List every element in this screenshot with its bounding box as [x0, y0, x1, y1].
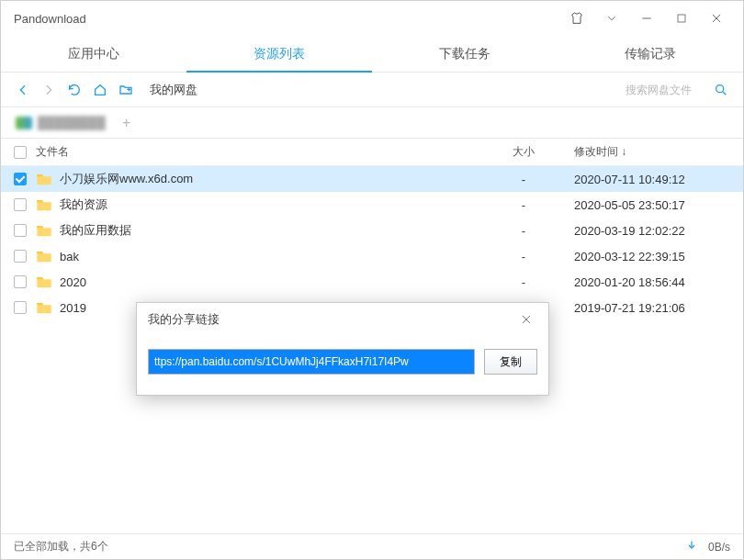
table-row[interactable]: 小刀娱乐网www.x6d.com-2020-07-11 10:49:12 — [1, 166, 743, 192]
file-size: - — [473, 250, 574, 263]
tab-download-tasks[interactable]: 下载任务 — [372, 36, 558, 72]
dropdown-icon[interactable] — [594, 1, 629, 36]
minimize-button[interactable] — [629, 1, 664, 36]
file-size: - — [473, 275, 574, 289]
toolbar: 我的网盘 — [1, 73, 743, 107]
nav-forward-button[interactable] — [36, 77, 62, 103]
tab-transfer-log[interactable]: 传输记录 — [558, 36, 743, 72]
search-input[interactable] — [626, 84, 708, 96]
pathtabs: ████████ + — [1, 107, 743, 139]
nav-back-button[interactable] — [10, 77, 36, 103]
refresh-button[interactable] — [62, 77, 87, 103]
select-all-checkbox[interactable] — [14, 146, 27, 159]
shirt-icon[interactable] — [559, 1, 594, 36]
file-size: - — [473, 173, 574, 186]
new-folder-button[interactable] — [113, 77, 139, 103]
row-checkbox[interactable] — [14, 275, 27, 288]
breadcrumb[interactable]: 我的网盘 — [150, 82, 197, 98]
status-text: 已全部加载，共6个 — [14, 539, 108, 554]
search-icon[interactable] — [708, 77, 734, 103]
dialog-title: 我的分享链接 — [148, 311, 220, 328]
table-row[interactable]: 我的应用数据-2020-03-19 12:02:22 — [1, 218, 743, 243]
file-name: 我的应用数据 — [60, 222, 473, 239]
file-size: - — [473, 198, 574, 212]
share-link-input[interactable]: ttps://pan.baidu.com/s/1CUwMhJj4FFkaxH7i… — [148, 349, 475, 375]
speed-text: 0B/s — [708, 541, 730, 554]
file-name: bak — [60, 250, 473, 263]
copy-button[interactable]: 复制 — [484, 349, 537, 375]
statusbar: 已全部加载，共6个 0B/s — [1, 533, 743, 559]
window-title: Pandownload — [10, 12, 559, 26]
maximize-button[interactable] — [664, 1, 699, 36]
row-checkbox[interactable] — [14, 301, 27, 314]
pathtab-item[interactable]: ████████ — [6, 112, 115, 133]
home-button[interactable] — [87, 77, 113, 103]
close-button[interactable] — [699, 1, 734, 36]
download-icon — [686, 540, 697, 554]
table-row[interactable]: bak-2020-03-12 22:39:15 — [1, 243, 743, 269]
file-time: 2020-05-05 23:50:17 — [574, 198, 730, 212]
table-row[interactable]: 2020-2020-01-20 18:56:44 — [1, 269, 743, 295]
row-checkbox[interactable] — [14, 198, 27, 211]
share-link-dialog: 我的分享链接 ttps://pan.baidu.com/s/1CUwMhJj4F… — [136, 302, 549, 396]
dialog-header: 我的分享链接 — [137, 303, 548, 336]
search-box — [626, 77, 734, 103]
table-row[interactable]: 我的资源-2020-05-05 23:50:17 — [1, 192, 743, 218]
file-time: 2020-03-19 12:02:22 — [574, 224, 730, 238]
row-checkbox[interactable] — [14, 250, 27, 263]
column-time[interactable]: 修改时间 ↓ — [574, 144, 730, 160]
column-name[interactable]: 文件名 — [36, 144, 473, 160]
row-checkbox[interactable] — [14, 173, 27, 185]
add-tab-button[interactable]: + — [115, 111, 139, 135]
tab-resource-list[interactable]: 资源列表 — [186, 36, 372, 72]
file-time: 2020-03-12 22:39:15 — [574, 250, 730, 263]
svg-rect-1 — [678, 15, 685, 22]
tab-app-center[interactable]: 应用中心 — [1, 36, 186, 72]
file-time: 2020-07-11 10:49:12 — [574, 173, 730, 186]
drive-icon — [16, 117, 32, 129]
file-name: 小刀娱乐网www.x6d.com — [60, 171, 473, 187]
file-time: 2019-07-21 19:21:06 — [574, 301, 730, 315]
file-name: 我的资源 — [60, 196, 473, 213]
titlebar: Pandownload — [1, 1, 743, 36]
main-tabs: 应用中心 资源列表 下载任务 传输记录 — [1, 36, 743, 73]
table-header: 文件名 大小 修改时间 ↓ — [1, 139, 743, 166]
file-time: 2020-01-20 18:56:44 — [574, 275, 730, 289]
file-list: 小刀娱乐网www.x6d.com-2020-07-11 10:49:12我的资源… — [1, 166, 743, 320]
file-size: - — [473, 224, 574, 238]
dialog-close-button[interactable] — [515, 308, 537, 330]
file-name: 2020 — [60, 275, 473, 289]
svg-point-6 — [716, 84, 724, 92]
column-size[interactable]: 大小 — [473, 144, 574, 160]
svg-line-7 — [723, 92, 726, 95]
row-checkbox[interactable] — [14, 224, 27, 237]
